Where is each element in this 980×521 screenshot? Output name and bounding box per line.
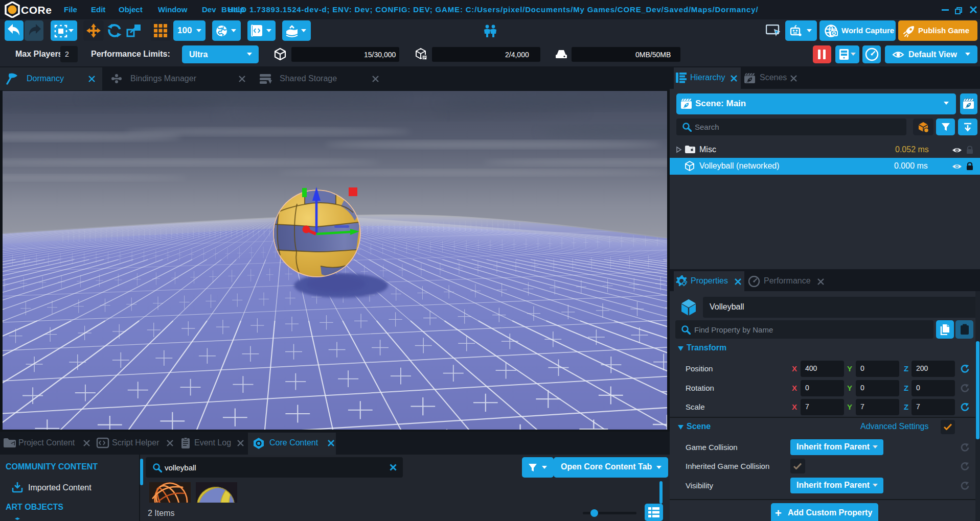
svg-text:CORe: CORe bbox=[21, 4, 52, 16]
